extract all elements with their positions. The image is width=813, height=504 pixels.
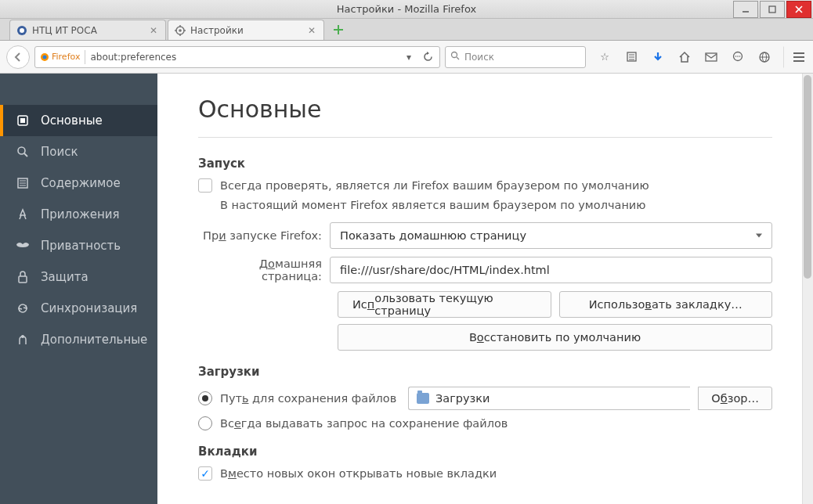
rosa-icon <box>16 25 27 36</box>
sidebar-item-label: Основные <box>41 113 103 128</box>
window-maximize-button[interactable] <box>760 1 785 18</box>
content-icon <box>16 176 30 190</box>
reload-icon[interactable] <box>421 50 435 64</box>
open-tabs-label: Вместо новых окон открывать новые вкладк… <box>220 467 497 480</box>
url-bar[interactable]: Firefox about:preferences ▾ <box>34 46 440 68</box>
window-close-button[interactable] <box>786 1 811 18</box>
sync-icon <box>16 301 30 315</box>
open-tabs-checkbox[interactable] <box>198 466 212 481</box>
svg-rect-41 <box>19 276 27 283</box>
svg-point-25 <box>737 56 739 57</box>
page-title: Основные <box>198 95 772 138</box>
svg-point-42 <box>21 335 24 338</box>
sidebar-item-label: Защита <box>41 270 89 284</box>
sidebar-item-label: Приватность <box>41 239 121 253</box>
sidebar-item-label: Приложения <box>41 207 120 221</box>
chat-icon[interactable] <box>730 49 746 65</box>
dropdown-icon[interactable]: ▾ <box>402 50 416 64</box>
advanced-icon <box>16 333 30 347</box>
default-browser-status: В настоящий момент Firefox является ваши… <box>220 199 772 211</box>
tab-label: Настройки <box>190 25 244 36</box>
menu-button[interactable] <box>783 46 807 68</box>
mail-icon[interactable] <box>703 49 719 65</box>
sidebar-item-content[interactable]: Содержимое <box>0 167 157 199</box>
svg-line-17 <box>457 57 459 59</box>
startup-action-label: При запуске Firefox: <box>198 229 330 242</box>
sidebar-item-label: Поиск <box>41 145 78 159</box>
gear-icon <box>175 25 186 36</box>
section-title-tabs: Вкладки <box>198 445 772 459</box>
content-scrollbar[interactable] <box>802 74 813 504</box>
sidebar-item-label: Дополнительные <box>41 333 147 347</box>
svg-point-35 <box>18 147 25 154</box>
sidebar-item-label: Содержимое <box>41 176 121 190</box>
preferences-sidebar: Основные Поиск Содержимое Приложения При… <box>0 74 157 504</box>
svg-point-5 <box>20 28 24 33</box>
back-button[interactable] <box>6 45 30 69</box>
preferences-main: Основные Запуск Всегда проверять, являет… <box>157 74 813 504</box>
sidebar-item-advanced[interactable]: Дополнительные <box>0 324 157 355</box>
folder-icon <box>417 393 429 404</box>
search-placeholder: Поиск <box>464 52 494 63</box>
search-bar[interactable]: Поиск <box>445 46 586 68</box>
sidebar-item-applications[interactable]: Приложения <box>0 199 157 230</box>
sidebar-item-security[interactable]: Защита <box>0 261 157 293</box>
home-icon[interactable] <box>677 49 692 65</box>
bookmark-star-icon[interactable]: ☆ <box>597 49 612 65</box>
search-icon <box>450 51 460 63</box>
window-titlebar: Настройки - Mozilla Firefox <box>0 0 813 19</box>
sidebar-item-search[interactable]: Поиск <box>0 136 157 167</box>
window-title: Настройки - Mozilla Firefox <box>337 3 476 15</box>
browser-tab-rosa[interactable]: НТЦ ИТ РОСА ✕ <box>9 20 166 40</box>
downloads-icon[interactable] <box>650 49 666 65</box>
browse-button[interactable]: Обзор… <box>698 387 772 410</box>
svg-rect-22 <box>706 53 717 61</box>
search-icon <box>16 145 30 159</box>
svg-point-26 <box>739 56 741 57</box>
browser-tabbar: НТЦ ИТ РОСА ✕ Настройки ✕ <box>0 19 813 41</box>
svg-point-7 <box>179 29 182 32</box>
section-title-downloads: Загрузки <box>198 365 772 379</box>
download-path-field[interactable]: Загрузки <box>408 387 690 410</box>
always-ask-radio[interactable] <box>198 416 212 430</box>
save-to-label: Путь для сохранения файлов <box>220 392 400 405</box>
browser-tab-settings[interactable]: Настройки ✕ <box>168 20 324 40</box>
sidebar-item-privacy[interactable]: Приватность <box>0 230 157 261</box>
use-bookmark-button[interactable]: Использовать закладку… <box>559 291 773 318</box>
svg-point-15 <box>43 55 47 59</box>
browser-navbar: Firefox about:preferences ▾ Поиск ☆ <box>0 41 813 74</box>
firefox-identity-icon: Firefox <box>40 52 80 62</box>
section-title-startup: Запуск <box>198 157 772 171</box>
svg-rect-34 <box>20 118 25 123</box>
use-current-page-button[interactable]: Использовать текущую страницу <box>338 291 551 318</box>
svg-rect-1 <box>769 6 775 13</box>
homepage-label: Домашняя страница: <box>198 257 330 283</box>
lock-icon <box>16 270 30 284</box>
check-default-browser-checkbox[interactable] <box>198 178 212 193</box>
startup-action-select[interactable]: Показать домашнюю страницу <box>330 222 772 249</box>
always-ask-label: Всегда выдавать запрос на сохранение фай… <box>220 417 508 430</box>
restore-default-button[interactable]: Восстановить по умолчанию <box>338 324 772 351</box>
svg-point-24 <box>735 56 737 57</box>
svg-line-36 <box>24 153 27 157</box>
save-to-radio[interactable] <box>198 391 212 405</box>
privacy-icon <box>16 239 30 253</box>
tab-close-icon[interactable]: ✕ <box>306 25 317 36</box>
sidebar-item-general[interactable]: Основные <box>0 105 157 136</box>
general-icon <box>16 113 30 128</box>
sidebar-item-label: Синхронизация <box>41 301 137 315</box>
preferences-content: Основные Поиск Содержимое Приложения При… <box>0 74 813 504</box>
tab-close-icon[interactable]: ✕ <box>148 25 159 36</box>
globe-icon[interactable] <box>757 49 772 65</box>
homepage-input[interactable] <box>330 257 772 283</box>
sidebar-item-sync[interactable]: Синхронизация <box>0 293 157 324</box>
scrollbar-thumb[interactable] <box>804 75 811 279</box>
reading-list-icon[interactable] <box>623 49 639 65</box>
check-default-label: Всегда проверять, является ли Firefox ва… <box>220 179 649 192</box>
new-tab-button[interactable] <box>329 20 348 39</box>
url-text: about:preferences <box>90 52 397 63</box>
svg-point-16 <box>452 52 457 58</box>
window-minimize-button[interactable] <box>733 1 758 18</box>
applications-icon <box>16 207 30 221</box>
tab-label: НТЦ ИТ РОСА <box>32 25 97 36</box>
